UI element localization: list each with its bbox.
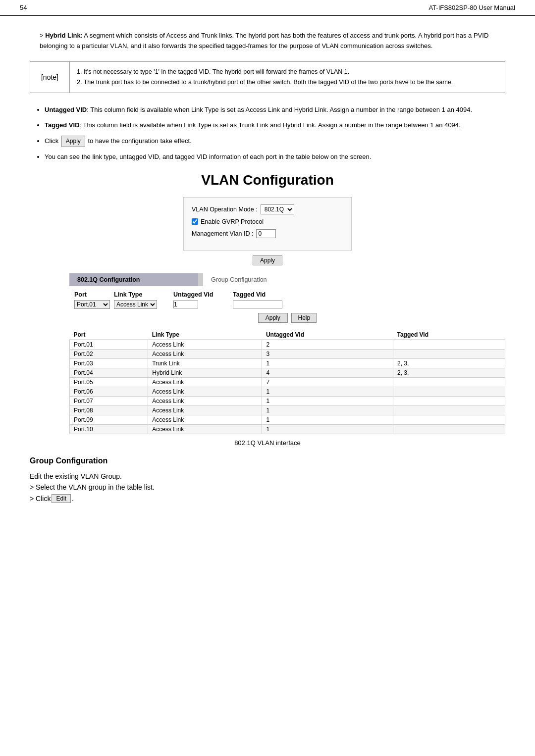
cell-tagged_vid — [393, 377, 505, 387]
cell-untagged_vid: 1 — [262, 387, 393, 396]
tab-group-label: Group Configuration — [211, 276, 267, 283]
tab-group-config[interactable]: Group Configuration — [203, 273, 505, 286]
cell-tagged_vid — [393, 396, 505, 405]
cell-link_type: Access Link — [148, 424, 262, 434]
click-suffix: . — [72, 495, 74, 503]
select-line: > Select the VLAN group in the table lis… — [30, 483, 505, 491]
edit-existing-section: Edit the existing VLAN Group. > Select t… — [30, 472, 505, 503]
port-table-body: Port.01Access Link2Port.02Access Link3Po… — [70, 340, 505, 434]
col-header-port: Port — [74, 291, 114, 298]
vlan-config-title: VLAN Configuration — [30, 172, 505, 188]
hybrid-link-prefix: > — [40, 32, 45, 39]
cell-port: Port.07 — [70, 396, 148, 405]
config-form-inputs-row: Port.01 Access Link Trunk Link Hybrid Li… — [69, 300, 505, 309]
cell-link_type: Access Link — [148, 349, 262, 358]
cell-tagged_vid — [393, 387, 505, 396]
table-row: Port.04Hybrid Link42, 3, — [70, 368, 505, 377]
cell-port: Port.05 — [70, 377, 148, 387]
page-header: 54 AT-IFS802SP-80 User Manual — [0, 0, 535, 16]
edit-button[interactable]: Edit — [52, 494, 71, 503]
cell-link_type: Trunk Link — [148, 358, 262, 368]
hybrid-link-desc: : A segment which consists of Access and… — [40, 32, 488, 50]
group-config-title: Group Configuration — [30, 456, 505, 465]
col-header-tagged: Tagged Vid — [233, 291, 302, 298]
edit-heading: Edit the existing VLAN Group. — [30, 472, 505, 480]
tab-divider — [198, 273, 203, 286]
link-type-select[interactable]: Access Link Trunk Link Hybrid Link — [114, 300, 157, 309]
cell-link_type: Access Link — [148, 405, 262, 415]
cell-link_type: Access Link — [148, 377, 262, 387]
table-row: Port.09Access Link1 — [70, 415, 505, 424]
tab-802q[interactable]: 802.1Q Configuration — [69, 273, 198, 286]
cell-port: Port.08 — [70, 405, 148, 415]
bullet-table-info: You can see the link type, untagged VID,… — [45, 152, 505, 162]
port-select-wrapper: Port.01 — [74, 300, 114, 309]
tab-802q-label: 802.1Q Configuration — [77, 276, 140, 283]
cell-link_type: Access Link — [148, 387, 262, 396]
group-config-section: Group Configuration Edit the existing VL… — [30, 456, 505, 503]
operation-mode-select[interactable]: 802.1Q — [261, 204, 294, 214]
port-select[interactable]: Port.01 — [74, 300, 110, 309]
config-col-headers: Port Link Type Untagged Vid Tagged Vid — [69, 289, 505, 300]
operation-mode-row: VLAN Operation Mode : 802.1Q — [192, 204, 341, 214]
cell-port: Port.02 — [70, 349, 148, 358]
bullet-apply: Click Apply to have the configuration ta… — [45, 136, 505, 147]
tagged-vid-bold: Tagged VID — [45, 121, 80, 129]
config-apply-button[interactable]: Apply — [258, 313, 288, 323]
config-help-button[interactable]: Help — [291, 313, 317, 323]
port-table-header-row: Port Link Type Untagged Vid Tagged Vid — [70, 330, 505, 340]
untagged-vid-bold: Untagged VID — [45, 106, 87, 113]
cell-untagged_vid: 2 — [262, 340, 393, 349]
note-box: [note] 1. It's not necessary to type '1'… — [30, 61, 505, 94]
cell-port: Port.10 — [70, 424, 148, 434]
untagged-vid-input[interactable] — [173, 301, 198, 308]
th-untagged: Untagged Vid — [262, 330, 393, 340]
click-prefix: > Click — [30, 495, 51, 503]
top-apply-button[interactable]: Apply — [253, 255, 282, 265]
cell-port: Port.06 — [70, 387, 148, 396]
bullet-section: Untagged VID: This column field is avail… — [30, 105, 505, 162]
table-info-text: You can see the link type, untagged VID,… — [45, 153, 371, 160]
cell-tagged_vid: 2, 3, — [393, 368, 505, 377]
gvrp-checkbox[interactable] — [192, 218, 198, 225]
tabs-row: 802.1Q Configuration Group Configuration — [69, 273, 505, 286]
th-tagged: Tagged Vid — [393, 330, 505, 340]
click-edit-row: > Click Edit . — [30, 494, 505, 503]
table-row: Port.05Access Link7 — [70, 377, 505, 387]
cell-untagged_vid: 1 — [262, 405, 393, 415]
apply-inline-button[interactable]: Apply — [61, 136, 85, 147]
note-line2: 2. The trunk port has to be connected to… — [77, 77, 453, 88]
cell-tagged_vid: 2, 3, — [393, 358, 505, 368]
cell-untagged_vid: 1 — [262, 358, 393, 368]
tagged-vid-input-wrapper — [233, 301, 302, 308]
tagged-vid-input[interactable] — [233, 301, 282, 308]
table-row: Port.02Access Link3 — [70, 349, 505, 358]
link-type-select-wrapper: Access Link Trunk Link Hybrid Link — [114, 300, 173, 309]
cell-port: Port.01 — [70, 340, 148, 349]
cell-untagged_vid: 7 — [262, 377, 393, 387]
hybrid-link-section: > Hybrid Link: A segment which consists … — [30, 31, 505, 51]
note-line1: 1. It's not necessary to type '1' in the… — [77, 67, 453, 77]
cell-untagged_vid: 1 — [262, 424, 393, 434]
cell-link_type: Access Link — [148, 396, 262, 405]
cell-link_type: Access Link — [148, 340, 262, 349]
bullet-list: Untagged VID: This column field is avail… — [30, 105, 505, 162]
port-table-head: Port Link Type Untagged Vid Tagged Vid — [70, 330, 505, 340]
cell-tagged_vid — [393, 415, 505, 424]
col-header-untagged: Untagged Vid — [173, 291, 233, 298]
page-number: 54 — [20, 4, 27, 11]
cell-tagged_vid — [393, 405, 505, 415]
bullet-untagged-vid: Untagged VID: This column field is avail… — [45, 105, 505, 115]
mgmt-vlan-row: Management Vlan ID : — [192, 229, 341, 238]
cell-tagged_vid — [393, 424, 505, 434]
cell-port: Port.03 — [70, 358, 148, 368]
mgmt-vlan-input[interactable] — [256, 229, 276, 238]
hybrid-link-text: > Hybrid Link: A segment which consists … — [40, 31, 505, 51]
cell-untagged_vid: 1 — [262, 415, 393, 424]
untagged-vid-text: : This column field is available when Li… — [87, 106, 472, 113]
note-label: [note] — [30, 62, 70, 93]
click-apply-prefix: Click — [45, 137, 60, 145]
config-form-btn-row: Apply Help — [69, 313, 505, 323]
operation-mode-label: VLAN Operation Mode : — [192, 206, 258, 213]
table-row: Port.03Trunk Link12, 3, — [70, 358, 505, 368]
